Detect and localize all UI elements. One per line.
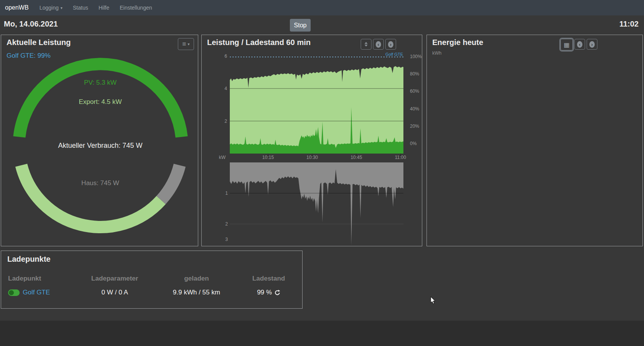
svg-text:6: 6	[224, 53, 227, 59]
chargepoint-soc-cell: 99 %	[238, 284, 299, 301]
energy-next-button[interactable]: ›	[587, 39, 597, 50]
col-header-geladen: geladen	[155, 273, 238, 284]
energy-unit-label: kWh	[432, 50, 442, 56]
chart-next-button[interactable]: ›	[385, 39, 396, 50]
chevron-left-icon: ‹	[577, 41, 582, 48]
card-aktuelle-leistung: Aktuelle Leistung ≡ ▾ Golf GTE: 99% PV: …	[1, 35, 198, 246]
nav-item-logging[interactable]: Logging ▾	[39, 5, 62, 11]
chargepoint-parameters: 0 W / 0 A	[74, 284, 155, 301]
hamburger-icon: ≡	[182, 40, 186, 48]
refresh-icon[interactable]	[274, 289, 280, 296]
chart-scale-button[interactable]	[361, 39, 371, 50]
svg-text:2: 2	[224, 119, 227, 124]
chevron-right-icon: ›	[388, 41, 393, 48]
vehicle-soc-text: Golf GTE: 99%	[7, 52, 50, 60]
svg-text:60%: 60%	[410, 89, 419, 94]
nav-item-hilfe[interactable]: Hilfe	[99, 5, 109, 11]
navbar: openWB Logging ▾ Status Hilfe Einstellun…	[0, 0, 644, 15]
svg-text:0%: 0%	[410, 141, 417, 146]
sort-down-icon	[365, 45, 368, 47]
power-gauge	[1, 35, 199, 246]
svg-text:kW: kW	[219, 155, 226, 160]
nav-item-status[interactable]: Status	[73, 5, 88, 11]
card-title-ladepunkte: Ladepunkte	[7, 255, 50, 264]
svg-text:3: 3	[225, 237, 228, 242]
col-header-ladeparameter: Ladeparameter	[74, 273, 155, 284]
chargepoint-charged: 9.9 kWh / 55 km	[155, 284, 238, 301]
svg-text:10:30: 10:30	[306, 155, 318, 160]
power-chart-svg: 642kW10:1510:3010:4511:00100%80%60%40%20…	[202, 35, 423, 246]
current-time: 11:02	[619, 20, 639, 28]
gauge-export-text: Export: 4.5 kW	[1, 98, 199, 106]
chargepoint-name-cell: Golf GTE	[1, 284, 74, 301]
chargepoint-soc: 99 %	[257, 289, 272, 296]
chargepoint-toggle[interactable]	[8, 289, 20, 296]
svg-text:11:00: 11:00	[395, 155, 406, 160]
svg-text:100%: 100%	[410, 54, 422, 59]
svg-text:40%: 40%	[410, 106, 419, 112]
svg-text:10:45: 10:45	[351, 155, 362, 160]
svg-text:1: 1	[225, 191, 228, 196]
energy-calendar-button[interactable]: ▦	[560, 39, 573, 50]
stop-button[interactable]: Stop	[290, 19, 311, 32]
svg-text:10:15: 10:15	[262, 155, 274, 160]
brand[interactable]: openWB	[5, 4, 28, 11]
col-header-ladepunkt: Ladepunkt	[1, 273, 74, 284]
card-energie-heute: Energie heute ▦ ‹ › kWh	[427, 35, 643, 246]
gauge-house-text: Haus: 745 W	[1, 179, 199, 187]
gauge-house-arc	[21, 165, 161, 227]
chevron-right-icon: ›	[589, 41, 595, 48]
chevron-left-icon: ‹	[376, 41, 381, 48]
calendar-icon: ▦	[564, 41, 569, 48]
card-title-leistung-ladestand: Leistung / Ladestand 60 min	[207, 38, 311, 47]
caret-down-icon: ▾	[60, 6, 62, 10]
gauge-menu-button[interactable]: ≡ ▾	[178, 38, 194, 50]
page-footer	[0, 321, 644, 346]
svg-text:2: 2	[225, 221, 228, 227]
svg-text:80%: 80%	[410, 71, 419, 77]
nav-item-logging-label: Logging	[39, 5, 59, 11]
card-title-aktuelle-leistung: Aktuelle Leistung	[7, 38, 71, 47]
chargepoints-table: Ladepunkt Ladeparameter geladen Ladestan…	[1, 273, 302, 301]
card-ladepunkte: Ladepunkte Ladepunkt Ladeparameter gelad…	[1, 251, 303, 309]
gauge-pv-text: PV: 5.3 kW	[1, 79, 199, 87]
caret-down-icon: ▾	[187, 42, 189, 46]
card-title-energie-heute: Energie heute	[432, 38, 483, 47]
chargepoint-name[interactable]: Golf GTE	[23, 289, 50, 296]
svg-text:20%: 20%	[410, 124, 419, 129]
chart-prev-button[interactable]: ‹	[373, 39, 384, 50]
sort-up-icon	[365, 42, 368, 44]
col-header-ladestand: Ladestand	[238, 273, 299, 284]
card-leistung-ladestand: Leistung / Ladestand 60 min ‹ › Golf GTE…	[201, 35, 422, 246]
content-area: Mo, 14.06.2021 Stop 11:02 Aktuelle Leist…	[0, 15, 644, 321]
page: openWB Logging ▾ Status Hilfe Einstellun…	[0, 0, 644, 346]
energy-prev-button[interactable]: ‹	[574, 39, 585, 50]
nav-item-einstellungen[interactable]: Einstellungen	[120, 5, 152, 11]
svg-text:4: 4	[224, 86, 227, 91]
status-row: Mo, 14.06.2021 Stop 11:02	[0, 15, 644, 35]
chart-legend-golf-gte: Golf GTE	[385, 52, 403, 57]
toggle-knob	[9, 290, 14, 295]
gauge-consumption-text: Aktueller Verbrauch: 745 W	[1, 142, 199, 150]
mouse-cursor	[430, 296, 437, 305]
current-date: Mo, 14.06.2021	[4, 20, 58, 28]
